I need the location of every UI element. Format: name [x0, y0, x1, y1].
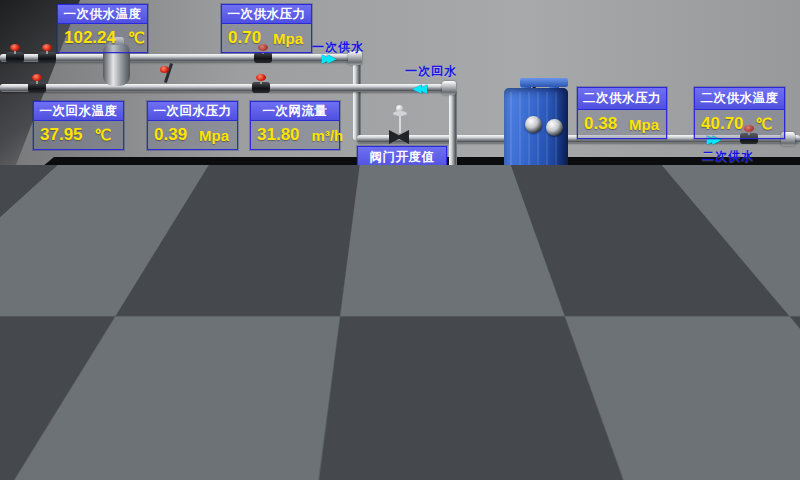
- pipe-label-primary-supply: 一次供水: [312, 39, 364, 56]
- exchanger-port-icon: [546, 119, 563, 136]
- valve-handwheel-icon: [256, 74, 266, 81]
- databox-primary-return-temp: 一次回水温度 37.95℃: [33, 101, 124, 150]
- pump-ring: [498, 245, 526, 251]
- pipe-flange: [543, 326, 557, 340]
- hmi-scada-screen: ▶▶ ◀◀ ▶▶ ◀◀ ◀◀ ▶▶ 一次供水 一次回水 二次供水 二次回水 补水…: [0, 0, 800, 480]
- databox-tank-level: 水箱液位高度 1.10m³: [34, 296, 125, 348]
- databox-unit: Mpa: [629, 271, 659, 288]
- valve-handwheel-icon: [32, 74, 42, 81]
- databox-value: 31.80: [257, 125, 300, 145]
- databox-value: 5.92: [364, 173, 397, 193]
- databox-label: 补水泵频率: [278, 377, 368, 399]
- databox-unit: ℃: [128, 29, 145, 47]
- databox-primary-supply-pressure: 一次供水压力 0.70Mpa: [221, 4, 312, 53]
- flow-arrow-icon: ◀◀: [413, 83, 424, 93]
- tank-vent-gooseneck: [124, 260, 155, 281]
- databox-unit: ℃: [756, 270, 773, 288]
- databox-secondary-return-pressure: 二次回水压力 0.27Mpa: [577, 242, 667, 294]
- pump-motor-cap: [259, 312, 281, 321]
- pipe-flange: [442, 81, 456, 95]
- databox-value: 40.70: [701, 114, 744, 134]
- databox-unit: %: [409, 175, 422, 192]
- pipe-primary-supply-drop: [353, 60, 361, 140]
- databox-label: 一次回水压力: [148, 102, 237, 121]
- databox-unit: Mpa: [199, 127, 229, 144]
- databox-value: 37.95: [40, 125, 83, 145]
- exchanger-top-bar: [520, 78, 568, 87]
- gate-valve-icon: [252, 77, 270, 93]
- databox-secondary-return-temp: 二次回水温度 36.63℃: [694, 242, 785, 294]
- databox-value: 0.38: [584, 114, 617, 134]
- gate-valve-icon: [6, 47, 24, 63]
- exchanger-port-icon: [543, 191, 558, 206]
- flow-arrow-icon: ◀◀: [515, 328, 526, 338]
- pump-motor-cap: [432, 204, 460, 215]
- databox-label: 一次供水压力: [222, 5, 311, 24]
- databox-value: 1.10: [41, 323, 74, 343]
- circulation-pump: [480, 205, 544, 293]
- databox-value: 0.27: [584, 269, 617, 289]
- makeup-water-pump: [222, 375, 274, 457]
- sensor-valve-wheel-icon: [160, 66, 169, 73]
- pump-base: [222, 438, 274, 456]
- valve-handwheel-icon: [42, 44, 52, 51]
- databox-label: 一次回水温度: [34, 102, 123, 121]
- pump-ring: [432, 240, 460, 246]
- databox-value: 0.39: [154, 125, 187, 145]
- databox-label: 二次供水温度: [695, 88, 784, 110]
- databox-label: 阀门开度值: [358, 147, 446, 169]
- databox-makeup-pump-freq: 补水泵频率 33.88Hz: [277, 376, 369, 428]
- databox-secondary-supply-pressure: 二次供水压力 0.38Mpa: [577, 87, 667, 139]
- pipe-flange: [595, 382, 609, 396]
- databox-value: 36.63: [701, 269, 744, 289]
- pipe-loop-vert: [172, 398, 178, 428]
- water-tank: [2, 256, 174, 458]
- pump-motor-cap: [498, 209, 526, 220]
- databox-label: 水箱液位高度: [35, 297, 124, 319]
- pipe-label-primary-return: 一次回水: [405, 63, 457, 80]
- pump-indicator-window: [245, 389, 254, 406]
- pump-base: [414, 264, 476, 286]
- tank-manhole-icon: [20, 354, 72, 406]
- exchanger-port-icon: [525, 116, 542, 133]
- databox-unit: ℃: [95, 126, 112, 144]
- databox-label: 一次供水温度: [58, 5, 147, 24]
- pipe-label-makeup-water: 补水: [581, 399, 607, 416]
- databox-primary-flow: 一次网流量 31.80m³/h: [250, 101, 340, 150]
- pump-indicator-window: [509, 225, 518, 244]
- pipe-tank-suction: [128, 386, 210, 393]
- databox-unit: m³: [86, 325, 104, 342]
- tank-leg: [62, 432, 73, 454]
- tank-leg: [12, 432, 23, 454]
- gate-valve-icon: [28, 77, 46, 93]
- control-valve-handwheel-icon: [393, 111, 407, 116]
- databox-value: 0.70: [228, 28, 261, 48]
- databox-label: 二次回水压力: [578, 243, 666, 265]
- exchanger-port-icon: [523, 188, 538, 203]
- databox-unit: m³/h: [312, 127, 344, 144]
- pipe-primary-return: [0, 84, 446, 92]
- pipe-tank-suction: [128, 398, 178, 405]
- tank-leg: [116, 428, 127, 450]
- databox-primary-return-pressure: 一次回水压力 0.39Mpa: [147, 101, 238, 150]
- databox-unit: Hz: [339, 405, 357, 422]
- pump-motor-cap: [236, 375, 260, 385]
- databox-unit: Mpa: [629, 116, 659, 133]
- valve-handwheel-icon: [10, 44, 20, 51]
- pipe-label-secondary-return: 二次回水: [715, 308, 767, 325]
- databox-label: 一次网流量: [251, 102, 339, 121]
- flow-arrow-icon: ▶▶: [571, 384, 582, 394]
- databox-label: 二次回水温度: [695, 243, 784, 265]
- databox-unit: Mpa: [273, 30, 303, 47]
- databox-value: 33.88: [284, 403, 327, 423]
- databox-label: 二次供水压力: [578, 88, 666, 110]
- gate-valve-icon: [38, 47, 56, 63]
- pump-indicator-window: [267, 325, 275, 341]
- databox-primary-supply-temp: 一次供水温度 102.24℃: [57, 4, 148, 53]
- databox-secondary-supply-temp: 二次供水温度 40.70℃: [694, 87, 785, 139]
- databox-unit: ℃: [756, 115, 773, 133]
- pipe-label-secondary-supply: 二次供水: [702, 148, 754, 165]
- pump-indicator-window: [443, 220, 452, 239]
- pump-base: [480, 269, 542, 291]
- databox-valve-opening: 阀门开度值 5.92%: [357, 146, 447, 198]
